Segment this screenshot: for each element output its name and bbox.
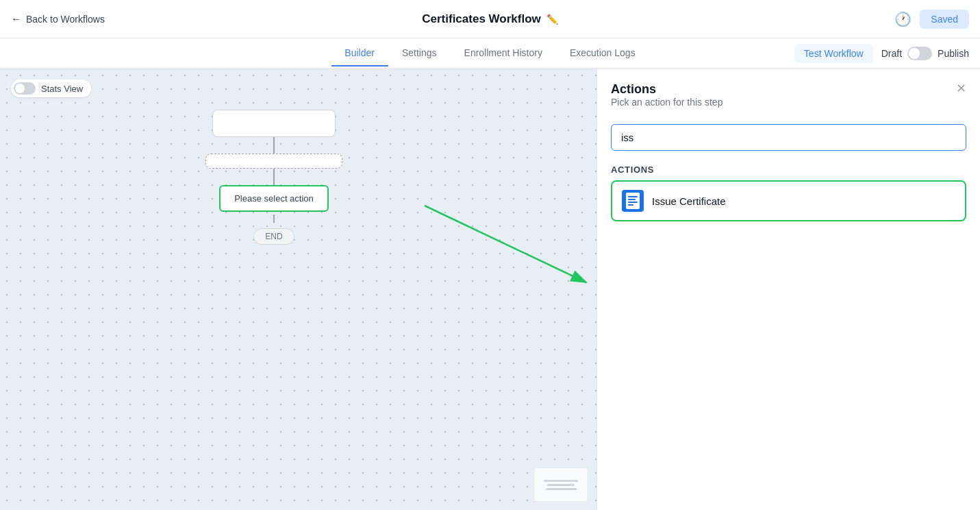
trigger-node[interactable] bbox=[212, 110, 336, 137]
issue-certificate-label: Issue Certificate bbox=[652, 195, 726, 207]
condition-node[interactable] bbox=[205, 154, 342, 169]
workflow-nodes: Please select action END bbox=[205, 110, 342, 245]
tabs-bar: Builder Settings Enrollment History Exec… bbox=[0, 38, 980, 69]
workflow-title: Certificates Workflow bbox=[422, 12, 541, 26]
thumb-line-3 bbox=[546, 488, 577, 490]
connector-1 bbox=[273, 137, 275, 154]
back-arrow-icon: ← bbox=[11, 13, 22, 25]
doc-icon-inner bbox=[626, 193, 640, 209]
main-area: Stats View Please select action bbox=[0, 69, 980, 510]
tabs-right: Test Workflow Draft Publish bbox=[794, 44, 969, 63]
publish-label: Publish bbox=[938, 48, 969, 59]
issue-certificate-action[interactable]: Issue Certificate bbox=[611, 180, 966, 221]
actions-section-label: Actions bbox=[611, 165, 966, 175]
test-workflow-button[interactable]: Test Workflow bbox=[794, 44, 873, 63]
action-search-input[interactable] bbox=[611, 124, 966, 151]
panel-title: Actions bbox=[611, 82, 723, 97]
action-select-label: Please select action bbox=[234, 193, 314, 204]
svg-line-1 bbox=[425, 206, 586, 282]
history-icon[interactable]: 🕐 bbox=[894, 11, 912, 27]
connector-2 bbox=[273, 169, 275, 185]
draft-publish-area: Draft Publish bbox=[881, 47, 969, 60]
back-label: Back to Workflows bbox=[26, 14, 105, 25]
tab-builder[interactable]: Builder bbox=[331, 40, 388, 66]
doc-line-1 bbox=[628, 196, 638, 197]
tab-settings[interactable]: Settings bbox=[388, 40, 451, 66]
header: ← Back to Workflows Certificates Workflo… bbox=[0, 0, 980, 38]
tabs-center: Builder Settings Enrollment History Exec… bbox=[331, 40, 649, 66]
doc-line-3 bbox=[628, 202, 638, 203]
saved-button[interactable]: Saved bbox=[920, 10, 969, 29]
actions-panel: Actions Pick an action for this step ✕ A… bbox=[596, 69, 980, 510]
action-select-node[interactable]: Please select action bbox=[219, 185, 329, 212]
connector-3 bbox=[273, 215, 275, 223]
stats-toggle[interactable]: Stats View bbox=[11, 80, 91, 97]
certificate-icon bbox=[622, 190, 644, 212]
panel-header: Actions Pick an action for this step ✕ bbox=[611, 82, 966, 119]
end-node: END bbox=[253, 228, 294, 245]
workflow-canvas[interactable]: Stats View Please select action bbox=[0, 69, 596, 510]
stats-toggle-knob bbox=[15, 84, 25, 93]
doc-line-4 bbox=[628, 204, 633, 206]
stats-toggle-switch[interactable] bbox=[14, 82, 36, 95]
draft-label: Draft bbox=[881, 48, 902, 59]
thumb-line-2 bbox=[547, 484, 575, 486]
header-center: Certificates Workflow ✏️ bbox=[422, 12, 558, 26]
header-right: 🕐 Saved bbox=[894, 10, 969, 29]
back-button[interactable]: ← Back to Workflows bbox=[11, 13, 105, 25]
thumb-line-1 bbox=[544, 480, 578, 482]
publish-toggle[interactable] bbox=[907, 47, 932, 60]
panel-title-area: Actions Pick an action for this step bbox=[611, 82, 723, 119]
edit-icon[interactable]: ✏️ bbox=[546, 14, 558, 25]
tab-enrollment-history[interactable]: Enrollment History bbox=[451, 40, 556, 66]
doc-line-2 bbox=[628, 199, 636, 200]
stats-label: Stats View bbox=[41, 84, 83, 94]
panel-close-button[interactable]: ✕ bbox=[956, 82, 966, 95]
toggle-knob bbox=[909, 48, 920, 59]
mini-thumbnail bbox=[533, 467, 588, 502]
panel-subtitle: Pick an action for this step bbox=[611, 97, 723, 108]
tab-execution-logs[interactable]: Execution Logs bbox=[556, 40, 649, 66]
